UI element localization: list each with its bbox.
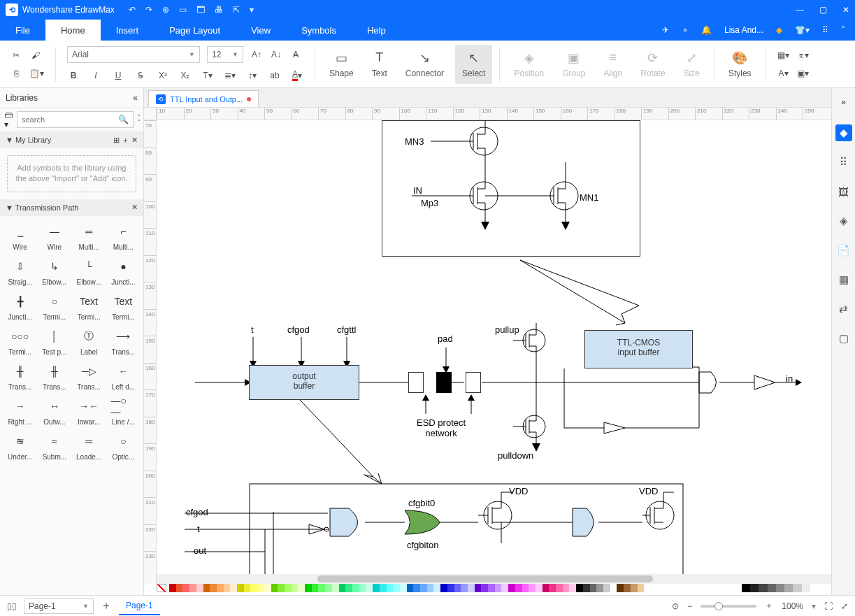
superscript-button[interactable]: X²	[157, 69, 169, 83]
font-size-combo[interactable]: 12▼	[207, 46, 243, 63]
color-swatch[interactable]	[237, 584, 244, 592]
page-panel-button[interactable]: 📄	[835, 242, 852, 259]
zoom-slider[interactable]	[700, 605, 756, 608]
color-swatch[interactable]	[488, 584, 495, 592]
library-item[interactable]: ⎯Wire	[4, 220, 36, 252]
color-swatch[interactable]	[481, 584, 488, 592]
esd-left-box[interactable]	[408, 372, 424, 393]
color-swatch[interactable]	[447, 584, 454, 592]
font-family-combo[interactable]: Arial▼	[67, 46, 200, 63]
tab-symbols[interactable]: Symbols	[286, 20, 352, 41]
library-item[interactable]: —○—Line /...	[108, 395, 139, 427]
bell-icon[interactable]: 🔔	[701, 25, 712, 35]
gray-swatch[interactable]	[750, 584, 759, 592]
esd-right-box[interactable]	[466, 372, 481, 393]
close-mylib-button[interactable]: ✕	[131, 136, 138, 144]
color-swatch[interactable]	[332, 584, 339, 592]
send-icon[interactable]: ✈	[662, 25, 669, 35]
collapse-sidebar-button[interactable]: «	[133, 93, 138, 103]
rotate-tool[interactable]: ⟳Rotate	[633, 45, 672, 84]
color-swatch[interactable]	[407, 584, 414, 592]
color-swatch[interactable]	[210, 584, 217, 592]
library-item[interactable]: ╫Trans...	[4, 360, 36, 392]
close-section-button[interactable]: ✕	[131, 203, 138, 212]
color-swatch[interactable]	[413, 584, 420, 592]
color-swatch[interactable]	[454, 584, 461, 592]
output-buffer-box[interactable]: outputbuffer	[249, 365, 359, 400]
color-swatch[interactable]	[217, 584, 224, 592]
shape-tool[interactable]: ▭Shape	[322, 45, 361, 84]
color-swatch[interactable]	[189, 584, 196, 592]
color-swatch[interactable]	[549, 584, 556, 592]
fill-button[interactable]: ▦▾	[777, 48, 790, 62]
clear-format-button[interactable]: A̶	[289, 48, 302, 62]
color-swatch[interactable]	[278, 584, 285, 592]
library-item[interactable]: ←Left d...	[108, 360, 139, 392]
grow-font-button[interactable]: A↑	[250, 48, 263, 62]
tab-insert[interactable]: Insert	[101, 20, 155, 41]
color-swatch[interactable]	[318, 584, 325, 592]
text-tool[interactable]: TText	[365, 45, 394, 84]
align-tool[interactable]: ≡Align	[597, 45, 630, 84]
font-color-button[interactable]: A▾	[291, 69, 303, 83]
line-spacing-button[interactable]: ↕▾	[246, 69, 259, 83]
gray-swatch[interactable]	[784, 584, 793, 592]
color-swatch[interactable]	[638, 584, 645, 592]
select-tool[interactable]: ↖Select	[455, 45, 492, 84]
grid-panel-button[interactable]: ▦	[835, 271, 852, 288]
play-button[interactable]: ⊙	[672, 601, 679, 611]
color-swatch[interactable]	[624, 584, 631, 592]
library-item[interactable]: ↔Outw...	[38, 395, 70, 427]
share-icon[interactable]: ⚬	[682, 25, 689, 35]
library-item[interactable]: ⌐Multi...	[108, 220, 139, 252]
ttl-cmos-box[interactable]: TTL-CMOSinput buffer	[584, 330, 693, 368]
library-item[interactable]: ○Termi...	[38, 290, 70, 322]
color-swatch[interactable]	[352, 584, 359, 592]
shrink-font-button[interactable]: A↓	[270, 48, 282, 62]
library-menu-button[interactable]: 🗃▾	[4, 110, 13, 129]
apps-icon[interactable]: ⠿	[822, 25, 828, 35]
gray-swatch[interactable]	[759, 584, 767, 592]
library-item[interactable]: —Wire	[38, 220, 70, 252]
strike-button[interactable]: S̶	[134, 69, 147, 83]
tab-view[interactable]: View	[236, 20, 286, 41]
present-panel-button[interactable]: ▢	[835, 330, 852, 347]
copy-button[interactable]: ⎘	[10, 66, 22, 80]
shirt-icon[interactable]: 👕▾	[795, 25, 810, 35]
open-button[interactable]: ▭	[179, 5, 187, 15]
no-fill-swatch[interactable]	[157, 584, 166, 592]
maximize-button[interactable]: ▢	[819, 5, 827, 15]
color-swatch[interactable]	[203, 584, 210, 592]
tab-home[interactable]: Home	[45, 20, 101, 41]
library-item[interactable]: └Elbow...	[73, 255, 105, 287]
tab-help[interactable]: Help	[352, 20, 401, 41]
expand-right-panel-button[interactable]: »	[841, 97, 846, 107]
color-swatch[interactable]	[359, 584, 366, 592]
position-tool[interactable]: ◈Position	[507, 45, 551, 84]
color-swatch[interactable]	[257, 584, 264, 592]
color-swatch[interactable]	[230, 584, 237, 592]
color-swatch[interactable]	[543, 584, 549, 592]
library-item[interactable]: │Test p...	[38, 325, 70, 357]
styles-tool[interactable]: 🎨Styles	[721, 45, 759, 84]
color-swatch[interactable]	[440, 584, 447, 592]
library-item[interactable]: ○○○Termi...	[4, 325, 36, 357]
sort-button[interactable]: ˄˅	[138, 115, 141, 124]
color-swatch[interactable]	[285, 584, 292, 592]
color-swatch[interactable]	[244, 584, 251, 592]
color-swatch[interactable]	[610, 584, 617, 592]
color-swatch[interactable]	[264, 584, 271, 592]
color-swatch[interactable]	[536, 584, 543, 592]
color-swatch[interactable]	[298, 584, 305, 592]
library-item[interactable]: ╋Juncti...	[4, 290, 36, 322]
library-item[interactable]: →←Inwar...	[73, 395, 105, 427]
tab-file[interactable]: File	[0, 20, 45, 41]
color-swatch[interactable]	[631, 584, 638, 592]
add-lib-button[interactable]: ＋	[122, 136, 129, 144]
gray-swatch[interactable]	[793, 584, 801, 592]
library-item[interactable]: ─▷Trans...	[73, 360, 105, 392]
premium-icon[interactable]: ◆	[776, 25, 782, 35]
format-painter-button[interactable]: 🖌	[29, 48, 42, 62]
color-swatch[interactable]	[468, 584, 475, 592]
new-button[interactable]: ⊕	[162, 5, 169, 15]
